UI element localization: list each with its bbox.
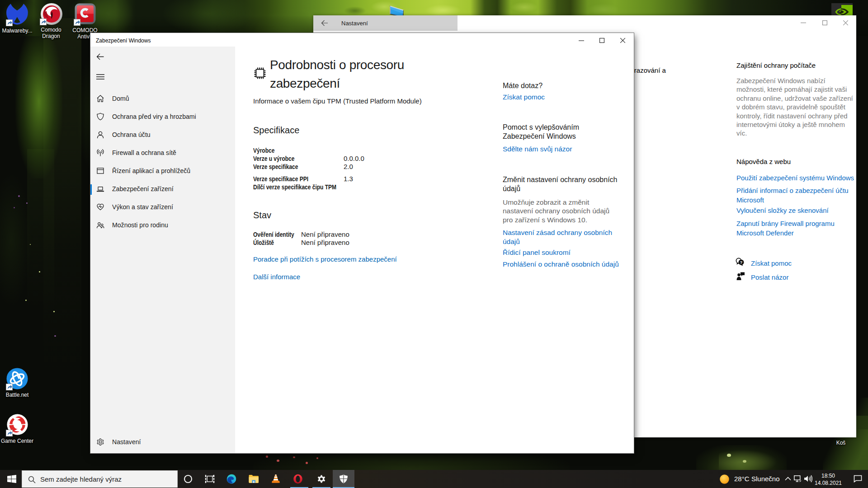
svg-text:?: ? xyxy=(740,260,743,265)
